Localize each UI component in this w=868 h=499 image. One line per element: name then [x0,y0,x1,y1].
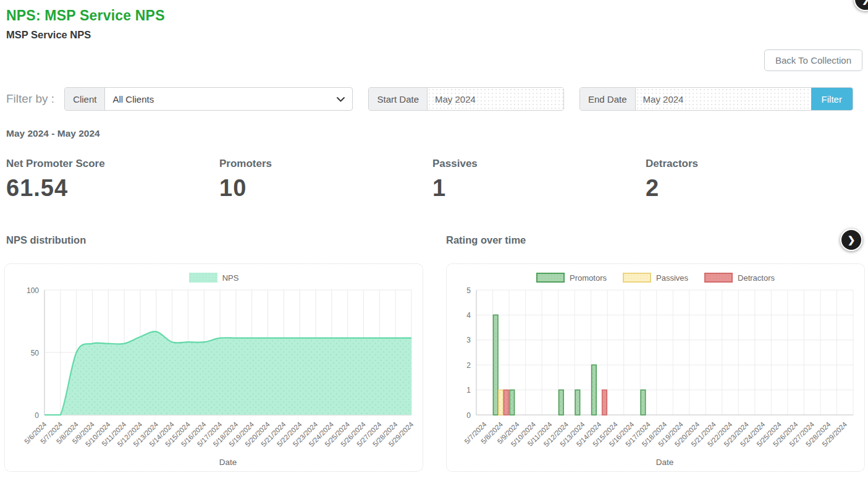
stat-value: 1 [432,175,646,202]
svg-text:2: 2 [466,361,471,370]
nps-distribution-canvas[interactable]: 0501005/6/20245/7/20245/8/20245/9/20245/… [10,284,418,469]
stat-label: Detractors [646,158,859,170]
bar [504,390,509,415]
svg-text:5: 5 [466,286,471,295]
bar [575,390,580,415]
svg-text:Date: Date [656,458,674,467]
bar [641,390,646,415]
bar [494,315,499,415]
end-date-group: End Date Filter [579,87,853,111]
bar [510,390,515,415]
start-date-group: Start Date [368,87,564,111]
back-to-collection-button[interactable]: Back To Collection [764,49,862,71]
stat-value: 2 [646,175,859,202]
nps-report-page: NPS: MSP Service NPS MSP Service NPS Bac… [0,0,868,472]
stat-label: Promoters [219,158,432,170]
svg-text:50: 50 [31,349,40,357]
chevron-right-icon: ❯ [862,0,868,5]
nps-distribution-card: NPS 0501005/6/20245/7/20245/8/20245/9/20… [4,263,423,472]
stat-label: Net Promoter Score [6,158,219,170]
chart-titles-row: NPS distribution Rating over time ❯ [4,229,862,251]
client-filter-group: Client All Clients [64,87,353,111]
rating-over-time-legend: PromotorsPassivesDetractors [452,271,859,284]
legend-label: Detractors [738,273,775,283]
legend-swatch [536,273,565,283]
filter-button[interactable]: Filter [811,88,853,110]
legend-swatch [623,273,651,283]
bar [592,365,597,415]
svg-text:0: 0 [466,411,471,420]
page-subtitle: MSP Service NPS [6,29,862,41]
client-label: Client [65,88,105,110]
stats-row: Net Promoter Score 61.54 Promoters 10 Pa… [6,158,862,202]
charts-row: NPS 0501005/6/20245/7/20245/8/20245/9/20… [4,263,862,472]
legend-item-nps[interactable]: NPS [189,273,239,283]
nps-distribution-legend: NPS [10,271,418,284]
carousel-next-button[interactable]: ❯ [840,229,862,251]
client-select[interactable]: All Clients [105,88,352,110]
end-date-input[interactable] [636,88,811,110]
start-date-label: Start Date [369,88,428,110]
stat-promoters: Promoters 10 [219,158,432,202]
nps-area-series [44,331,411,415]
legend-label: Passives [656,273,688,283]
start-date-input[interactable] [428,88,563,110]
stat-value: 61.54 [6,175,219,202]
legend-swatch [704,273,733,283]
period-heading: May 2024 - May 2024 [6,128,862,139]
stat-label: Passives [432,158,646,170]
stat-detractors: Detractors 2 [646,158,859,202]
svg-text:1: 1 [466,386,471,395]
stat-value: 10 [219,175,432,202]
end-date-label: End Date [580,88,636,110]
nps-distribution-title: NPS distribution [6,234,446,246]
client-select-wrap: All Clients [105,88,352,110]
svg-text:100: 100 [27,286,39,295]
stat-passives: Passives 1 [432,158,646,202]
svg-text:3: 3 [466,336,471,344]
bar [559,390,564,415]
legend-swatch [189,273,217,283]
legend-label: Promotors [570,273,607,283]
stat-net-promoter-score: Net Promoter Score 61.54 [6,158,219,202]
svg-text:4: 4 [466,311,471,320]
bar [602,390,607,415]
right-title-wrap: Rating over time ❯ [446,229,862,251]
filter-bar: Filter by : Client All Clients Start Dat… [4,87,862,111]
page-title: NPS: MSP Service NPS [6,7,862,24]
rating-over-time-title: Rating over time [446,234,526,246]
back-row: Back To Collection [4,49,862,71]
filter-by-label: Filter by : [6,92,54,106]
grid [476,290,853,415]
legend-item-detractors[interactable]: Detractors [704,273,775,283]
rating-over-time-canvas[interactable]: 0123455/7/20245/8/20245/9/20245/10/20245… [452,284,859,469]
legend-item-promotors[interactable]: Promotors [536,273,607,283]
series-passives [499,390,504,415]
chevron-right-icon: ❯ [848,234,856,245]
svg-text:Date: Date [219,458,237,467]
rating-over-time-card: PromotorsPassivesDetractors 0123455/7/20… [446,263,865,472]
bar [499,390,504,415]
legend-item-passives[interactable]: Passives [623,273,688,283]
legend-label: NPS [222,273,239,283]
svg-text:0: 0 [35,411,39,420]
